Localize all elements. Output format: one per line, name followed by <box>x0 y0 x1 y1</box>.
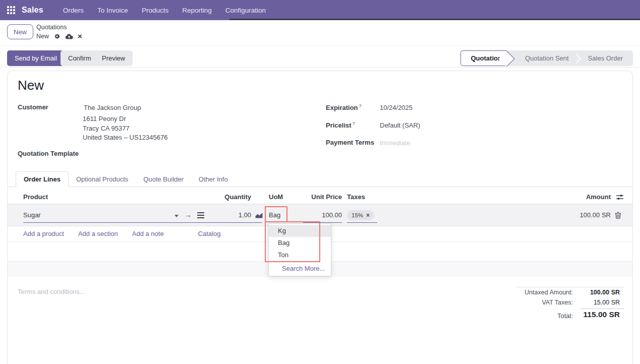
search-more-link[interactable]: Search More... <box>269 263 331 275</box>
quantity-field[interactable]: 1.00 <box>239 211 251 219</box>
tab-quote-builder[interactable]: Quote Builder <box>136 171 191 187</box>
breadcrumb-quotations[interactable]: Quotations <box>36 23 82 31</box>
payment-terms-label: Payment Terms <box>326 139 374 146</box>
product-field[interactable]: Sugar <box>23 211 41 219</box>
nav-item-products[interactable]: Products <box>142 7 168 14</box>
save-cloud-icon[interactable] <box>65 33 73 39</box>
column-quantity: Quantity <box>224 193 251 201</box>
add-a-section-link[interactable]: Add a section <box>78 230 118 237</box>
status-step-sales-order[interactable]: Sales Order <box>578 50 633 66</box>
quotation-sheet: New Customer The Jackson Group 1611 Peon… <box>7 71 633 364</box>
sales-quotation-screen: Sales Orders To Invoice Products Reporti… <box>0 0 640 364</box>
pricelist-label: Pricelist? <box>326 121 355 129</box>
catalog-link[interactable]: Catalog <box>198 230 221 237</box>
terms-and-conditions-field[interactable]: Terms and conditions... <box>18 288 85 295</box>
divider <box>0 67 640 68</box>
add-a-note-link[interactable]: Add a note <box>132 230 164 237</box>
column-unit-price: Unit Price <box>311 193 342 201</box>
customer-address: 1611 Peony Dr Tracy CA 95377 United Stat… <box>83 114 167 143</box>
totals-divider <box>516 287 624 287</box>
tab-optional-products[interactable]: Optional Products <box>69 171 136 187</box>
field-underline <box>347 222 377 223</box>
chevron-down-icon[interactable] <box>174 215 179 217</box>
preview-button[interactable]: Preview <box>94 50 133 66</box>
unit-price-field[interactable]: 100.00 <box>322 211 342 219</box>
uom-option-kg[interactable]: Kg <box>269 225 331 237</box>
vat-taxes-value: 15.00 SR <box>594 299 620 306</box>
optional-columns-icon[interactable] <box>616 194 624 202</box>
column-amount: Amount <box>586 193 611 201</box>
notebook-tabs: Order Lines Optional Products Quote Buil… <box>8 171 632 187</box>
total-value: 115.00 SR <box>584 310 620 319</box>
new-button[interactable]: New <box>7 24 33 39</box>
tab-other-info[interactable]: Other Info <box>191 171 236 187</box>
order-lines-header: Product Quantity UoM Unit Price Taxes Am… <box>8 190 632 204</box>
apps-grid-icon[interactable] <box>7 6 15 14</box>
vat-taxes-label: VAT Taxes: <box>542 299 573 306</box>
quotation-template-label: Quotation Template <box>18 150 79 157</box>
nav-menu: Orders To Invoice Products Reporting Con… <box>63 7 266 14</box>
column-uom: UoM <box>269 193 283 201</box>
total-label: Total: <box>557 312 573 320</box>
uom-dropdown: Kg Bag Ton Search More... <box>268 223 331 276</box>
field-underline <box>303 222 342 223</box>
uom-option-bag[interactable]: Bag <box>269 237 331 249</box>
top-navbar: Sales Orders To Invoice Products Reporti… <box>0 0 640 20</box>
expiration-field[interactable]: 10/24/2025 <box>380 104 413 111</box>
breadcrumb-current: New <box>36 32 49 40</box>
breadcrumb: Quotations New × <box>36 23 82 40</box>
nav-item-configuration[interactable]: Configuration <box>225 7 266 14</box>
status-pipeline: Quotation Quotation Sent Sales Order <box>460 50 633 66</box>
nav-item-to-invoice[interactable]: To Invoice <box>97 7 128 14</box>
navbar-shadow-strip <box>229 19 640 20</box>
field-underline <box>23 222 255 223</box>
discard-icon[interactable]: × <box>78 33 82 40</box>
tax-badge: 15% × <box>347 210 374 220</box>
pricelist-field[interactable]: Default (SAR) <box>380 122 420 129</box>
confirm-button[interactable]: Confirm <box>61 50 99 66</box>
field-underline <box>221 222 262 223</box>
total-divider <box>580 309 624 309</box>
nav-item-reporting[interactable]: Reporting <box>182 7 212 14</box>
customer-label: Customer <box>18 103 48 111</box>
customer-field[interactable]: The Jackson Group <box>84 104 141 111</box>
gear-icon[interactable] <box>53 33 61 40</box>
untaxed-amount-value: 100.00 SR <box>590 289 620 296</box>
status-step-quotation[interactable]: Quotation <box>460 50 507 66</box>
app-name[interactable]: Sales <box>22 6 43 15</box>
uom-field[interactable]: Bag <box>269 211 280 219</box>
uom-option-ton[interactable]: Ton <box>269 249 331 261</box>
add-a-product-link[interactable]: Add a product <box>23 230 64 237</box>
tax-badge-label: 15% <box>352 212 363 218</box>
column-taxes: Taxes <box>347 193 365 201</box>
status-step-quotation-sent[interactable]: Quotation Sent <box>515 50 579 66</box>
column-product: Product <box>23 193 48 201</box>
help-tooltip-marker: ? <box>353 121 356 126</box>
tax-remove-icon[interactable]: × <box>366 212 370 219</box>
forecast-chart-icon[interactable] <box>255 212 263 220</box>
delete-row-icon[interactable] <box>615 212 621 220</box>
help-tooltip-marker: ? <box>359 103 362 108</box>
nav-item-orders[interactable]: Orders <box>63 7 84 14</box>
order-line-actions: Add a product Add a section Add a note C… <box>23 226 235 240</box>
amount-cell: 100.00 SR <box>580 211 611 219</box>
send-by-email-button[interactable]: Send by Email <box>7 50 65 66</box>
expiration-label: Expiration? <box>326 103 362 111</box>
payment-terms-field[interactable]: Immediate <box>380 139 411 147</box>
record-title: New <box>18 78 44 93</box>
divider <box>0 45 640 46</box>
internal-link-arrow-icon[interactable]: → <box>184 210 192 219</box>
tab-order-lines[interactable]: Order Lines <box>16 171 69 187</box>
line-detail-icon[interactable] <box>197 212 204 218</box>
untaxed-amount-label: Untaxed Amount: <box>525 289 573 296</box>
